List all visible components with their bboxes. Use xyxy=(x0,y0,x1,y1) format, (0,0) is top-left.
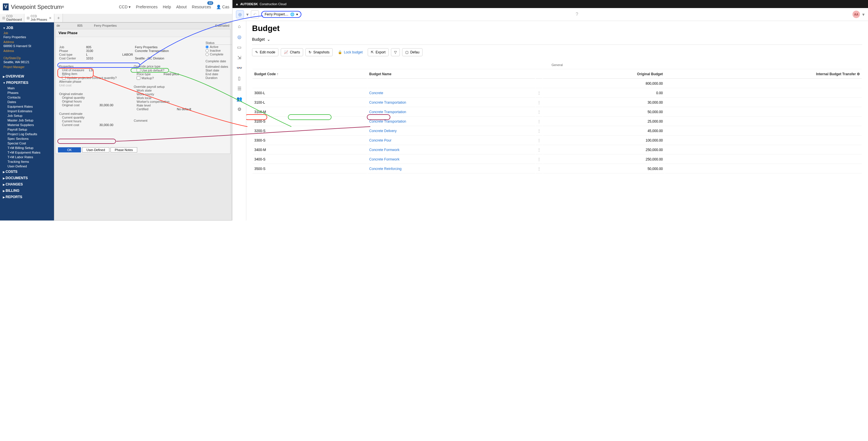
sidebar-item[interactable]: T+M Equipment Rates xyxy=(0,150,54,155)
binoculars-icon[interactable]: 👓 xyxy=(236,65,243,71)
markup-checkbox[interactable] xyxy=(136,76,141,80)
snapshots-button[interactable]: ↻ Snapshots xyxy=(305,48,333,56)
document-icon[interactable]: ▯ xyxy=(236,75,243,81)
sec-reports[interactable]: REPORTS xyxy=(0,194,54,200)
sidebar-item[interactable]: T+M Billing Setup xyxy=(0,146,54,150)
total-original-budget: 800,000.00 xyxy=(543,79,664,88)
kebab-icon[interactable]: ⋮ xyxy=(536,108,542,117)
sec-billing[interactable]: BILLING xyxy=(0,187,54,194)
nav-resources[interactable]: Resources 10 xyxy=(192,5,211,9)
kebab-icon[interactable]: ⋮ xyxy=(536,127,542,136)
col-budget-code[interactable]: Budget Code ↑ xyxy=(253,70,367,79)
tab-budget[interactable]: Budget xyxy=(252,37,265,41)
edit-mode-button[interactable]: ✎ Edit mode xyxy=(252,48,278,56)
status-active-radio[interactable] xyxy=(206,46,209,49)
table-row[interactable]: 3400-SConcrete Formwork⋮250,000.00 xyxy=(253,155,862,164)
home-icon[interactable]: ⌂ xyxy=(236,23,243,30)
col-budget-name[interactable]: Budget Name xyxy=(367,70,535,79)
tab-job-phases[interactable]: CCDJob Phases ✕ xyxy=(24,14,54,22)
table-row[interactable]: 3000-LConcrete⋮0.00 xyxy=(253,89,862,98)
sidebar-item[interactable]: Master Job Setup xyxy=(0,118,54,123)
table-row[interactable]: 3100-SConcrete Transportation⋮25,000.00 xyxy=(253,117,862,126)
tab-dashboard[interactable]: CCDDashboard xyxy=(0,14,24,22)
sidebar-item[interactable]: Phases xyxy=(0,90,54,95)
kebab-icon[interactable]: ⋮ xyxy=(536,155,542,164)
avatar[interactable]: AA xyxy=(852,11,860,18)
sec-properties[interactable]: PROPERTIES xyxy=(0,80,54,86)
vp-brand-text: Viewpoint Spectrum xyxy=(11,4,62,10)
filter-button[interactable]: ▽ xyxy=(391,48,400,56)
sidebar-item[interactable]: User-Defined xyxy=(0,164,54,169)
nav-help[interactable]: Help xyxy=(163,5,171,9)
charts-button[interactable]: 📈 Charts xyxy=(281,48,303,56)
export-icon[interactable]: ⇲ xyxy=(236,54,243,61)
acc-nav-rail: ⌂ ◎ ▭ ⇲ 👓 ▯ ☰ 👥 ⚙ xyxy=(232,21,246,220)
dropdown-icon[interactable]: ▾ xyxy=(246,12,249,17)
original-cost-value: 30,000.00 xyxy=(99,104,113,107)
sidebar-item[interactable]: Job Setup xyxy=(0,113,54,118)
members-icon[interactable]: 👥 xyxy=(236,96,243,102)
chevron-down-icon: ▾ xyxy=(296,12,298,17)
budget-icon[interactable]: ◎ xyxy=(236,34,243,40)
kebab-icon[interactable]: ⋮ xyxy=(536,136,542,145)
chevron-down-icon[interactable]: ▾ xyxy=(862,12,865,17)
sidebar-item[interactable]: Dates xyxy=(0,99,54,104)
table-row[interactable]: 3200-SConcrete Delivery⋮45,000.00 xyxy=(253,127,862,136)
table-row[interactable]: 3100-MConcrete Transportation⋮50,000.00 xyxy=(253,108,862,117)
table-row[interactable]: 3400-MConcrete Formwork⋮250,000.00 xyxy=(253,146,862,154)
sidebar-item[interactable]: Spec Sections xyxy=(0,136,54,141)
bookmark-button[interactable]: ▢ Defau xyxy=(402,48,423,56)
sidebar-item[interactable]: Project Log Defaults xyxy=(0,132,54,136)
use-job-default-checkbox[interactable] xyxy=(136,68,141,72)
contracts-icon[interactable]: ▭ xyxy=(236,44,243,50)
table-row[interactable]: 3100-LConcrete Transportation⋮30,000.00 xyxy=(253,98,862,107)
vp-tabs: CCDDashboard CCDJob Phases ✕ + xyxy=(0,14,232,22)
nav-preferences[interactable]: Preferences xyxy=(136,5,157,9)
module-switcher-button[interactable]: ◎ xyxy=(236,10,244,18)
sidebar-item[interactable]: Equipment Rates xyxy=(0,104,54,109)
status-complete-radio[interactable] xyxy=(206,53,209,56)
kebab-icon[interactable]: ⋮ xyxy=(536,117,542,126)
sidebar-item[interactable]: Import Estimates xyxy=(0,109,54,113)
sidebar-item[interactable]: Main xyxy=(0,86,54,90)
sidebar-item[interactable]: T+M Labor Rates xyxy=(0,155,54,159)
sec-overview[interactable]: OVERVIEW xyxy=(0,73,54,80)
nav-ccd[interactable]: CCD ▾ xyxy=(119,5,131,9)
lock-budget-button[interactable]: 🔒 Lock budget xyxy=(335,48,365,56)
settings-icon[interactable]: ⚙ xyxy=(236,106,243,112)
table-row[interactable]: 3300-SConcrete Pour⋮100,000.00 xyxy=(253,136,862,145)
sidebar-item[interactable]: Material Suppliers xyxy=(0,123,54,127)
update-projected-checkbox[interactable] xyxy=(62,76,66,80)
nav-user[interactable]: 👤 Cas xyxy=(216,5,229,9)
back-button[interactable]: ↶ xyxy=(251,10,259,18)
help-icon[interactable]: ? xyxy=(576,12,578,17)
sidebar-item[interactable]: Payroll Setup xyxy=(0,127,54,132)
kebab-icon[interactable]: ⋮ xyxy=(536,98,542,107)
project-selector[interactable]: Ferry Propert… 🌐 ▾ xyxy=(261,11,301,18)
lbl-city: City/State/Zip xyxy=(0,56,54,60)
table-row[interactable]: 3500-SConcrete Reinforcing⋮50,000.00 xyxy=(253,165,862,173)
close-icon[interactable]: ✕ xyxy=(49,16,52,20)
kebab-icon[interactable]: ⋮ xyxy=(536,89,542,98)
kebab-icon[interactable]: ⋮ xyxy=(536,165,542,173)
sidebar-item[interactable]: Contacts xyxy=(0,95,54,99)
ok-button[interactable]: OK xyxy=(58,147,81,152)
status-inactive-radio[interactable] xyxy=(206,49,209,52)
autodesk-app: ▲ AUTODESK Construction Cloud ◎ ▾ ↶ Ferr… xyxy=(232,0,868,220)
chevron-down-icon[interactable]: ⌄ xyxy=(267,37,270,41)
sidebar-item[interactable]: Special Cost xyxy=(0,141,54,146)
sec-changes[interactable]: CHANGES xyxy=(0,181,54,187)
report-icon[interactable]: ☰ xyxy=(236,85,243,92)
col-internal-transfer[interactable]: Internal Budget Transfer ⚙ xyxy=(665,70,862,79)
sec-documents[interactable]: DOCUMENTS xyxy=(0,175,54,181)
export-button[interactable]: ⇱ Export xyxy=(368,48,389,56)
sidebar-item[interactable]: Tracking Items xyxy=(0,159,54,164)
tab-add[interactable]: + xyxy=(54,14,63,22)
nav-about[interactable]: About xyxy=(176,5,187,9)
kebab-icon[interactable]: ⋮ xyxy=(536,146,542,154)
col-original-budget[interactable]: Original Budget xyxy=(543,70,664,79)
phase-notes-button[interactable]: Phase Notes xyxy=(111,147,137,152)
sec-job[interactable]: JOB xyxy=(0,25,54,31)
user-defined-button[interactable]: User-Defined xyxy=(82,147,110,152)
sec-costs[interactable]: COSTS xyxy=(0,169,54,175)
